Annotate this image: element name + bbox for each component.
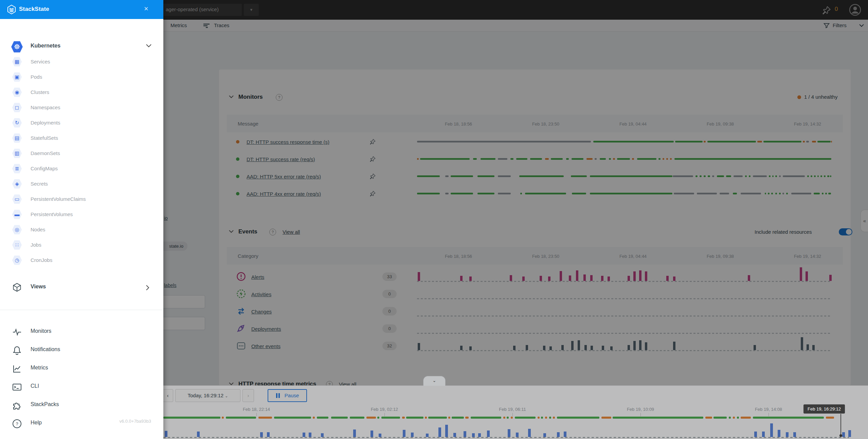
sidebar-item-label: PersistentVolumeClaims <box>31 196 86 202</box>
sidebar-item-monitors[interactable]: Monitors <box>0 323 163 341</box>
sidebar-item-label: ConfigMaps <box>31 166 58 171</box>
sidebar-item-label: CronJobs <box>31 257 52 263</box>
sidebar-item-stackpacks[interactable]: StackPacks <box>0 396 163 414</box>
sidebar-item-label: Services <box>31 59 50 64</box>
sidebar-item-kubernetes[interactable]: ☸ Kubernetes <box>0 39 163 54</box>
sidebar-item-metrics[interactable]: Metrics <box>0 359 163 378</box>
namespaces-icon: ◻ <box>12 102 22 113</box>
sidebar-item-configmaps[interactable]: ≣ConfigMaps <box>0 161 163 176</box>
daemonsets-icon: ▥ <box>12 148 22 158</box>
sidebar-item-views[interactable]: Views <box>0 280 163 295</box>
sidebar-item-label: StackPacks <box>31 401 59 407</box>
configmaps-icon: ≣ <box>12 164 22 174</box>
statefulsets-icon: ▤ <box>12 133 22 143</box>
sidebar-item-label: Nodes <box>31 227 45 232</box>
playhead-dot <box>839 434 842 437</box>
monitors-icon <box>12 327 22 338</box>
chevron-down-icon <box>146 44 151 47</box>
close-icon[interactable]: × <box>144 4 148 13</box>
sidebar-item-label: Secrets <box>31 181 48 187</box>
secrets-icon: ◈ <box>12 179 22 189</box>
deployments-icon: ↻ <box>12 118 22 128</box>
sidebar-item-label: Jobs <box>31 242 41 248</box>
nodes-icon: ◎ <box>12 225 22 235</box>
metrics-icon <box>12 364 22 375</box>
jobs-icon: ∷ <box>12 240 22 250</box>
pods-icon: ▣ <box>12 72 22 82</box>
sidebar-item-notifications[interactable]: Notifications <box>0 341 163 359</box>
sidebar-item-persistentvolumes[interactable]: ▬PersistentVolumes <box>0 207 163 222</box>
chevron-right-icon <box>146 285 149 290</box>
sidebar-item-cronjobs[interactable]: ◷CronJobs <box>0 253 163 268</box>
sidebar-item-label: Notifications <box>31 346 60 352</box>
stackstate-app: ager-operated (service) ▾ 0 Metrics Trac… <box>0 0 868 439</box>
sidebar-item-statefulsets[interactable]: ▤StatefulSets <box>0 131 163 146</box>
services-icon: ▦ <box>12 57 22 67</box>
playhead-tooltip: Feb 19, 16:29:12 <box>803 404 845 414</box>
sidebar-item-persistentvolumeclaims[interactable]: ▭PersistentVolumeClaims <box>0 192 163 207</box>
sidebar-item-deployments[interactable]: ↻Deployments <box>0 115 163 131</box>
app-version: v6.0.0+7ba93b3 <box>109 419 151 424</box>
drawer-header: StackState × <box>0 0 163 19</box>
sidebar-item-cli[interactable]: CLI <box>0 378 163 396</box>
sidebar-item-label: Deployments <box>31 120 60 126</box>
navigation-drawer: StackState × ☸ Kubernetes ▦Services▣Pods… <box>0 0 163 439</box>
cli-icon <box>12 382 22 393</box>
clusters-icon: ◉ <box>12 87 22 97</box>
sidebar-item-daemonsets[interactable]: ▥DaemonSets <box>0 146 163 161</box>
persistentvolumes-icon: ▬ <box>12 209 22 220</box>
svg-text:?: ? <box>16 421 18 426</box>
help-icon: ? <box>12 419 22 430</box>
sidebar-item-label: Metrics <box>31 365 48 371</box>
sidebar-item-label: Kubernetes <box>31 43 60 49</box>
collapse-bottom-section-tab[interactable]: ⌄ <box>423 376 446 386</box>
sidebar-item-label: CLI <box>31 383 39 389</box>
stackpacks-icon <box>12 401 22 412</box>
sidebar-item-label: Views <box>31 284 46 290</box>
stackstate-logo-icon <box>7 5 16 14</box>
brand-name: StackState <box>19 6 49 13</box>
cronjobs-icon: ◷ <box>12 255 22 265</box>
notifications-icon <box>12 346 22 357</box>
sidebar-item-jobs[interactable]: ∷Jobs <box>0 237 163 253</box>
views-cube-icon <box>12 283 22 292</box>
sidebar-divider <box>0 310 163 310</box>
sidebar-item-label: DaemonSets <box>31 150 60 156</box>
sidebar-item-pods[interactable]: ▣Pods <box>0 70 163 85</box>
kubernetes-icon: ☸ <box>11 41 23 53</box>
playhead-line[interactable] <box>840 414 841 434</box>
sidebar-item-label: Monitors <box>31 328 51 334</box>
sidebar-item-services[interactable]: ▦Services <box>0 54 163 70</box>
sidebar-item-clusters[interactable]: ◉Clusters <box>0 85 163 100</box>
sidebar-item-label: Pods <box>31 74 42 80</box>
persistentvolumeclaims-icon: ▭ <box>12 194 22 204</box>
sidebar-item-label: StatefulSets <box>31 135 58 141</box>
sidebar-item-label: Clusters <box>31 89 49 95</box>
sidebar-item-label: PersistentVolumes <box>31 211 73 217</box>
sidebar-item-nodes[interactable]: ◎Nodes <box>0 222 163 237</box>
sidebar-item-label: Namespaces <box>31 104 60 110</box>
sidebar-item-secrets[interactable]: ◈Secrets <box>0 176 163 192</box>
sidebar-item-label: Help <box>31 420 42 426</box>
sidebar-item-namespaces[interactable]: ◻Namespaces <box>0 100 163 115</box>
